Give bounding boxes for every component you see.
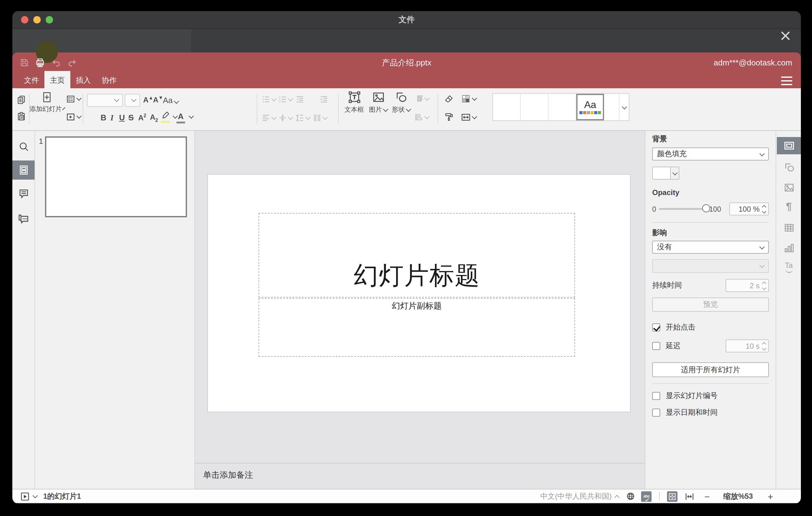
horizontal-align-icon[interactable]: [262, 114, 276, 122]
status-bar: 1的幻灯片1 中文(中华人民共和国) abc − 缩放%53 +: [12, 489, 801, 503]
fill-type-select[interactable]: 颜色填充: [652, 147, 769, 161]
show-slide-number-checkbox[interactable]: [652, 392, 660, 400]
add-slide-button[interactable]: 添加幻灯片: [31, 91, 62, 114]
effect-select[interactable]: 没有: [652, 241, 769, 254]
decrease-indent-icon[interactable]: [295, 95, 304, 104]
paste-button[interactable]: [17, 112, 26, 121]
fit-to-width-icon[interactable]: [685, 492, 694, 501]
opacity-min: 0: [652, 205, 656, 212]
comments-icon[interactable]: [12, 188, 34, 199]
zoom-out-button[interactable]: −: [704, 492, 710, 501]
fit-to-slide-icon[interactable]: [667, 491, 678, 501]
insert-image-button[interactable]: 图片: [368, 91, 388, 114]
save-button[interactable]: [19, 58, 29, 67]
slide-thumbnails-panel: 1: [35, 131, 195, 489]
theme-item[interactable]: [493, 94, 521, 120]
opacity-max: 100: [709, 205, 721, 212]
slides-panel-icon[interactable]: [12, 161, 34, 180]
print-button[interactable]: [35, 58, 45, 67]
copy-button[interactable]: [17, 95, 26, 104]
slide[interactable]: 幻灯片标题 幻灯片副标题: [207, 174, 631, 412]
slide-subtitle-placeholder[interactable]: 幻灯片副标题: [259, 298, 575, 357]
textart-settings-icon[interactable]: Ta: [777, 262, 801, 273]
decrease-font-icon[interactable]: A▼: [153, 96, 163, 104]
bold-button[interactable]: B: [100, 114, 107, 122]
effect-label: 影响: [652, 228, 769, 238]
slide-size-icon[interactable]: [461, 112, 476, 122]
chat-icon[interactable]: [12, 213, 34, 225]
slide-settings-icon[interactable]: [777, 137, 801, 154]
paragraph-settings-icon[interactable]: ¶: [777, 201, 801, 212]
delay-input[interactable]: 10 s: [726, 340, 769, 352]
preview-button[interactable]: 预览: [652, 297, 769, 312]
tab-collaboration[interactable]: 协作: [96, 73, 122, 88]
align-shape-icon[interactable]: [415, 113, 429, 122]
color-scheme-icon[interactable]: [461, 94, 476, 104]
increase-indent-icon[interactable]: [320, 95, 328, 104]
apply-to-all-slides-button[interactable]: 适用于所有幻灯片: [652, 362, 769, 377]
editor-canvas: 幻灯片标题 幻灯片副标题 单击添加备注: [195, 131, 645, 489]
slide-thumbnail[interactable]: [45, 136, 187, 217]
show-date-time-label: 显示日期和时间: [666, 407, 718, 418]
tab-insert[interactable]: 插入: [70, 73, 96, 88]
zoom-in-button[interactable]: +: [767, 492, 773, 501]
set-language-icon[interactable]: [627, 492, 635, 500]
theme-item[interactable]: [521, 94, 549, 120]
subscript-button[interactable]: A2: [150, 114, 158, 123]
duration-input[interactable]: 2 s: [726, 279, 769, 292]
image-settings-icon[interactable]: [777, 182, 801, 193]
menu-icon[interactable]: [781, 77, 792, 85]
superscript-button[interactable]: A2: [138, 114, 146, 122]
notes-area[interactable]: 单击添加备注: [195, 463, 645, 489]
start-slideshow-status-icon[interactable]: [20, 492, 30, 501]
minimize-traffic-light[interactable]: [33, 16, 41, 24]
slide-layout-button[interactable]: [66, 94, 81, 104]
bullets-icon[interactable]: [262, 95, 276, 104]
search-icon[interactable]: [12, 141, 34, 152]
start-slideshow-button[interactable]: [66, 112, 81, 122]
start-on-click-checkbox[interactable]: [652, 323, 660, 332]
font-color-button[interactable]: A: [176, 112, 185, 123]
spellcheck-icon[interactable]: abc: [641, 491, 652, 501]
effect-type-select[interactable]: [652, 259, 769, 273]
change-case-icon[interactable]: Aa: [163, 96, 178, 104]
shape-settings-icon[interactable]: [777, 162, 801, 173]
insert-textbox-button[interactable]: 文本框: [344, 91, 365, 114]
tab-file[interactable]: 文件: [19, 73, 45, 88]
table-settings-icon[interactable]: [777, 222, 801, 233]
theme-item[interactable]: [549, 94, 576, 120]
clear-style-icon[interactable]: [444, 94, 454, 104]
theme-item[interactable]: [604, 94, 619, 120]
copy-style-icon[interactable]: [444, 112, 454, 122]
slide-title-placeholder[interactable]: 幻灯片标题: [259, 213, 575, 297]
insert-shape-button[interactable]: 形状: [391, 91, 411, 114]
numbering-icon[interactable]: [278, 95, 292, 104]
theme-gallery-expand-icon[interactable]: [619, 94, 629, 120]
strikethrough-button[interactable]: S: [128, 114, 134, 122]
columns-icon[interactable]: [313, 114, 327, 122]
redo-button[interactable]: [67, 58, 77, 67]
chart-settings-icon[interactable]: [777, 242, 801, 254]
maximize-traffic-light[interactable]: [46, 16, 53, 24]
close-traffic-light[interactable]: [21, 16, 28, 24]
highlight-color-button[interactable]: [161, 111, 170, 123]
show-date-time-checkbox[interactable]: [652, 409, 660, 417]
undo-button[interactable]: [51, 58, 61, 67]
font-name-select[interactable]: [87, 94, 123, 107]
vertical-align-icon[interactable]: [278, 114, 292, 122]
theme-item-selected[interactable]: Aa: [576, 94, 604, 120]
line-spacing-icon[interactable]: [295, 114, 310, 122]
language-label[interactable]: 中文(中华人民共和国): [540, 491, 612, 501]
fill-color-picker[interactable]: [652, 167, 769, 180]
opacity-input[interactable]: 100 %: [729, 202, 769, 216]
underline-button[interactable]: U: [119, 114, 125, 122]
increase-font-icon[interactable]: A▲: [143, 96, 153, 104]
font-size-select[interactable]: [125, 94, 140, 107]
delay-checkbox[interactable]: [652, 342, 660, 350]
arrange-shape-icon[interactable]: [415, 94, 429, 103]
opacity-slider[interactable]: [659, 208, 706, 210]
tab-home[interactable]: 主页: [45, 71, 70, 88]
italic-button[interactable]: I: [111, 114, 114, 122]
slide-count-label: 1的幻灯片1: [43, 491, 81, 501]
close-icon[interactable]: [779, 30, 792, 42]
